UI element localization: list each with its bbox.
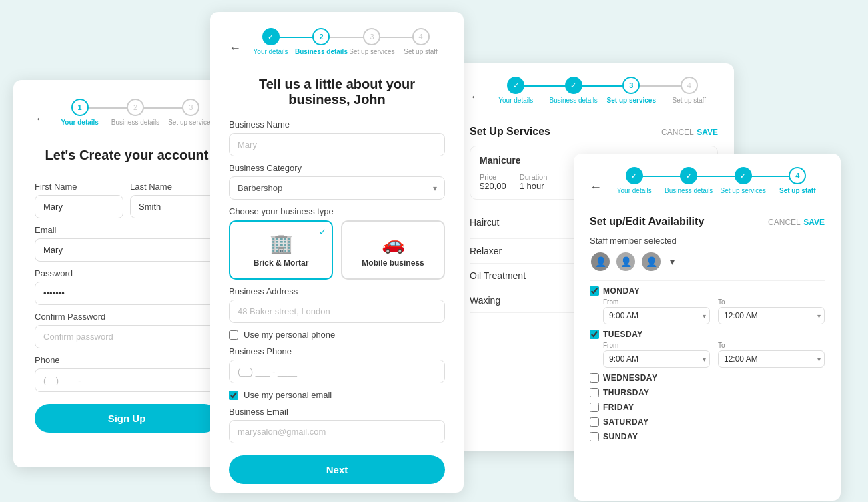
staff-dropdown-button[interactable]: ▾ — [670, 256, 675, 267]
password-input[interactable] — [35, 282, 219, 305]
biz-type-label: Choose your business type — [229, 206, 445, 216]
signup-button[interactable]: Sign Up — [35, 404, 219, 433]
biz-email-input[interactable] — [229, 420, 445, 443]
confirm-password-label: Confirm Password — [35, 312, 219, 322]
last-name-input[interactable] — [130, 195, 219, 218]
biz-phone-label: Business Phone — [229, 346, 445, 356]
phone-label: Phone — [35, 355, 219, 365]
first-name-input[interactable] — [35, 195, 123, 218]
biz-name-input[interactable] — [229, 133, 445, 156]
monday-times: From 9:00 AM10:00 AM ▾ To 12:00 AM6:00 P… — [603, 298, 825, 324]
service-edit-title: Manicure — [480, 155, 520, 166]
biz-step-2-label: Business details — [295, 48, 348, 55]
phone-input[interactable] — [35, 368, 219, 392]
monday-from-select[interactable]: 9:00 AM10:00 AM — [603, 307, 710, 324]
svc-step-2-circle: ✓ — [565, 77, 582, 94]
monday-to-wrap: 12:00 AM6:00 PM ▾ — [718, 307, 825, 324]
svc-step-4: 4 Set up staff — [661, 77, 719, 104]
signup-step-3-label: Set up services — [168, 119, 213, 126]
stf-step-4-circle: 4 — [789, 167, 806, 184]
brick-icon: 🏢 — [270, 232, 293, 254]
friday-checkbox[interactable] — [590, 403, 599, 412]
biz-phone-input[interactable] — [229, 360, 445, 383]
staff-avatars: 👤 👤 👤 ▾ — [590, 251, 825, 272]
biz-step-4-label: Set up staff — [404, 48, 437, 55]
staff-cancel-button[interactable]: CANCEL — [768, 218, 801, 227]
tuesday-to-label: To — [718, 342, 825, 349]
password-label: Password — [35, 268, 219, 278]
tuesday-to-select[interactable]: 12:00 AM — [718, 350, 825, 368]
biz-name-label: Business Name — [229, 119, 445, 130]
signup-step-2-label: Business details — [111, 119, 159, 126]
service-name-oil: Oil Treatment — [470, 270, 526, 281]
business-back-button[interactable]: ← — [229, 42, 241, 54]
monday-from-group: From 9:00 AM10:00 AM ▾ — [603, 298, 710, 324]
confirm-password-input[interactable] — [35, 325, 219, 348]
use-personal-email-checkbox[interactable] — [229, 391, 238, 400]
brick-label: Brick & Mortar — [254, 258, 309, 268]
biz-step-4-circle: 4 — [412, 28, 430, 45]
mobile-business-button[interactable]: 🚗 Mobile business — [341, 220, 445, 280]
signup-step-1-circle: 1 — [71, 99, 89, 116]
monday-from-label: From — [603, 298, 710, 306]
next-button[interactable]: Next — [229, 455, 445, 484]
services-title: Set Up Services — [470, 125, 550, 138]
stf-step-4: 4 Set up staff — [771, 167, 825, 194]
svc-step-3-label: Set up services — [607, 97, 656, 104]
svc-step-1-label: Your details — [498, 97, 533, 104]
biz-category-select[interactable]: Barbershop Salon Spa — [229, 176, 445, 200]
tuesday-from-group: From 9:00 AM ▾ — [603, 342, 710, 368]
sunday-checkbox[interactable] — [590, 432, 599, 441]
services-cancel-button[interactable]: CANCEL — [661, 128, 694, 137]
monday-label: MONDAY — [603, 286, 640, 296]
staff-save-button[interactable]: SAVE — [803, 218, 825, 227]
svc-step-2: ✓ Business details — [545, 77, 603, 104]
thursday-checkbox[interactable] — [590, 388, 599, 397]
monday-to-select[interactable]: 12:00 AM6:00 PM — [718, 307, 825, 324]
biz-email-label: Business Email — [229, 407, 445, 417]
tuesday-from-select[interactable]: 9:00 AM — [603, 350, 710, 368]
signup-back-button[interactable]: ← — [35, 113, 47, 125]
staff-member-label: Staff member selected — [590, 236, 825, 246]
monday-from-wrap: 9:00 AM10:00 AM ▾ — [603, 307, 710, 324]
price-value: $20,00 — [480, 181, 506, 191]
signup-step-1: 1 Your details — [52, 99, 107, 126]
tuesday-times: From 9:00 AM ▾ To 12:00 AM ▾ — [603, 342, 825, 368]
staff-back-button[interactable]: ← — [590, 181, 602, 193]
saturday-header: SATURDAY — [590, 417, 825, 427]
email-input[interactable] — [35, 238, 219, 262]
use-personal-phone-checkbox[interactable] — [229, 330, 238, 340]
day-wednesday: WEDNESDAY — [590, 373, 825, 383]
monday-to-group: To 12:00 AM6:00 PM ▾ — [718, 298, 825, 324]
stf-step-2-circle: ✓ — [680, 167, 697, 184]
staff-header: Set up/Edit Availability CANCEL SAVE — [590, 216, 825, 228]
signup-step-2-circle: 2 — [127, 99, 144, 116]
saturday-checkbox[interactable] — [590, 417, 599, 427]
svc-step-2-label: Business details — [550, 97, 598, 104]
avatar-2: 👤 — [615, 251, 636, 272]
biz-address-input[interactable] — [229, 300, 445, 323]
last-name-label: Last Name — [130, 182, 219, 192]
tuesday-checkbox[interactable] — [590, 330, 599, 339]
svc-step-1-circle: ✓ — [507, 77, 524, 94]
services-save-button[interactable]: SAVE — [697, 128, 718, 137]
biz-step-1-circle: ✓ — [262, 28, 280, 45]
friday-label: FRIDAY — [603, 403, 634, 412]
biz-category-label: Business Category — [229, 163, 445, 173]
biz-step-2-circle: 2 — [312, 28, 330, 45]
staff-member-section: Staff member selected 👤 👤 👤 ▾ — [590, 236, 825, 272]
service-name-relaxer: Relaxer — [470, 246, 502, 256]
tuesday-to-group: To 12:00 AM ▾ — [718, 342, 825, 368]
avatar-1: 👤 — [590, 251, 611, 272]
wednesday-checkbox[interactable] — [590, 373, 599, 383]
stf-step-3-circle: ✓ — [735, 167, 752, 184]
thursday-label: THURSDAY — [603, 388, 650, 397]
services-back-button[interactable]: ← — [470, 91, 482, 103]
brick-mortar-button[interactable]: ✓ 🏢 Brick & Mortar — [229, 220, 333, 280]
use-personal-phone-row: Use my personal phone — [229, 330, 445, 340]
monday-checkbox[interactable] — [590, 286, 599, 296]
use-personal-email-label: Use my personal email — [244, 390, 332, 400]
mobile-icon: 🚗 — [382, 232, 405, 254]
duration-value: 1 hour — [520, 181, 548, 191]
day-saturday: SATURDAY — [590, 417, 825, 427]
